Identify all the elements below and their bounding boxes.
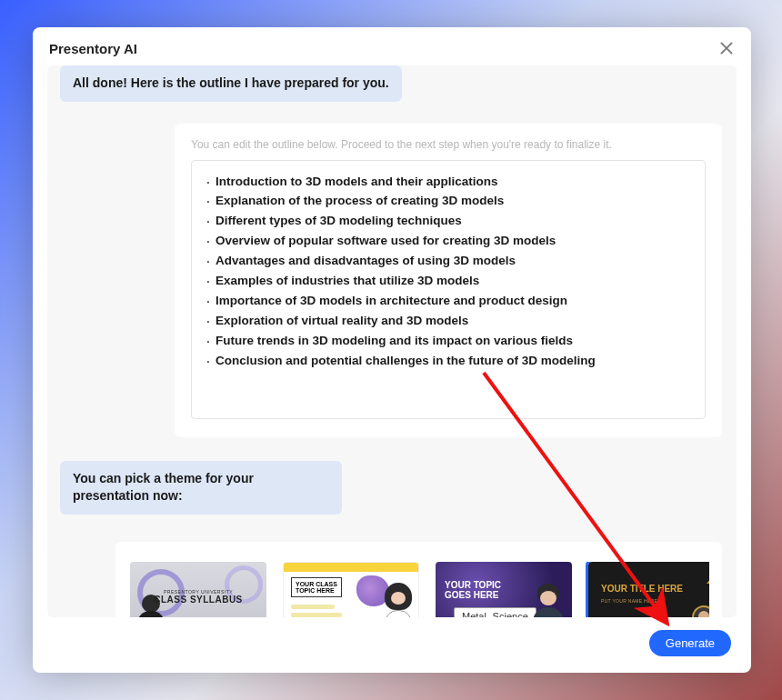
theme-metal-science[interactable]: YOUR TOPIC GOES HERE Metal- Science Meta… [436, 562, 572, 617]
themes-card: PRESENTORY UNIVERSITY CLASS SYLLABUS Pri… [115, 542, 722, 617]
thumb-title: YOUR CLASS TOPIC HERE [291, 577, 342, 597]
assistant-bubble-done: All done! Here is the outline I have pre… [47, 65, 733, 115]
outline-item[interactable]: Examples of industries that utilize 3D m… [206, 273, 690, 290]
outline-list: Introduction to 3D models and their appl… [206, 174, 690, 370]
modal-title: Presentory AI [49, 41, 137, 56]
presentory-modal: Presentory AI All done! Here is the outl… [33, 27, 751, 673]
thumb-subtitle: PUT YOUR NAME HERE [601, 598, 657, 604]
theme-prism-academic[interactable]: PRESENTORY UNIVERSITY CLASS SYLLABUS Pri… [130, 562, 266, 617]
outline-item[interactable]: Exploration of virtual reality and 3D mo… [206, 313, 690, 330]
outline-item[interactable]: Conclusion and potential challenges in t… [206, 353, 690, 370]
generate-button[interactable]: Generate [649, 630, 731, 656]
theme-tooltip: Metal- Science [454, 607, 536, 617]
outline-item[interactable]: Overview of popular software used for cr… [206, 233, 690, 250]
modal-footer: Generate [33, 617, 751, 673]
close-icon [718, 40, 735, 56]
theme-thumb: YOUR TITLE HERE PUT YOUR NAME HERE [588, 562, 709, 617]
modal-body: All done! Here is the outline I have pre… [47, 65, 737, 617]
outline-item[interactable]: Introduction to 3D models and their appl… [206, 174, 690, 191]
close-button[interactable] [718, 40, 735, 56]
outline-card: You can edit the outline below. Proceed … [175, 124, 722, 437]
assistant-theme-text: You can pick a theme for your presentati… [73, 470, 329, 505]
theme-thumb: PRESENTORY UNIVERSITY CLASS SYLLABUS [130, 562, 266, 617]
assistant-done-text: All done! Here is the outline I have pre… [73, 75, 389, 93]
theme-thumb: YOUR TOPIC GOES HERE Metal- Science [436, 562, 572, 617]
outline-item[interactable]: Future trends in 3D modeling and its imp… [206, 333, 690, 350]
thumb-title: YOUR TOPIC GOES HERE [445, 580, 501, 600]
theme-thumb: YOUR CLASS TOPIC HERE [283, 562, 419, 617]
outline-item[interactable]: Importance of 3D models in architecture … [206, 293, 690, 310]
outline-item[interactable]: Explanation of the process of creating 3… [206, 193, 690, 210]
assistant-bubble-theme: You can pick a theme for your presentati… [47, 461, 733, 527]
chat-scroll[interactable]: All done! Here is the outline I have pre… [47, 65, 737, 617]
themes-row[interactable]: PRESENTORY UNIVERSITY CLASS SYLLABUS Pri… [128, 562, 709, 617]
modal-header: Presentory AI [33, 27, 751, 65]
outline-hint: You can edit the outline below. Proceed … [191, 138, 706, 151]
thumb-title: CLASS SYLLABUS [130, 595, 266, 605]
outline-item[interactable]: Different types of 3D modeling technique… [206, 213, 690, 230]
outline-editor[interactable]: Introduction to 3D models and their appl… [191, 160, 706, 419]
theme-black-gold[interactable]: YOUR TITLE HERE PUT YOUR NAME HERE Black… [588, 562, 709, 617]
thumb-title: YOUR TITLE HERE [601, 584, 683, 594]
outline-item[interactable]: Advantages and disadvantages of using 3D… [206, 253, 690, 270]
theme-cartoon-toddler[interactable]: YOUR CLASS TOPIC HERE Cartoon - Toddler [283, 562, 419, 617]
